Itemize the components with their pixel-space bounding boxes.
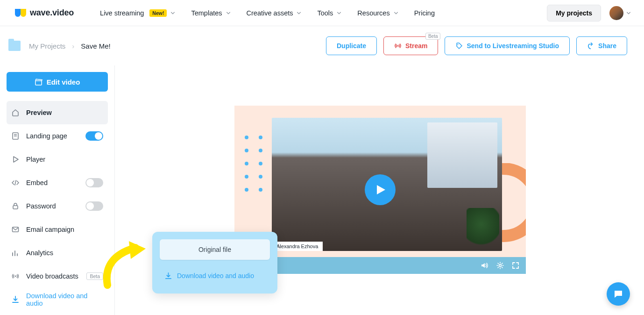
play-button[interactable] <box>365 174 396 205</box>
landing-toggle[interactable] <box>85 131 103 141</box>
share-button[interactable]: Share <box>576 36 627 55</box>
callout-arrow-icon <box>98 238 154 290</box>
svg-point-22 <box>245 175 248 179</box>
svg-point-18 <box>259 162 262 165</box>
svg-point-6 <box>15 276 16 277</box>
brand-mark-icon <box>15 9 26 17</box>
sidebar-password[interactable]: Password <box>7 194 108 218</box>
sidebar-landing-page[interactable]: Landing page <box>7 124 108 148</box>
callout-original-file[interactable]: Original file <box>160 239 270 260</box>
edit-video-button[interactable]: Edit video <box>7 72 108 92</box>
stream-button[interactable]: Stream Beta <box>383 36 438 55</box>
nav-right: My projects <box>547 5 631 21</box>
gear-icon[interactable] <box>496 261 504 270</box>
mail-icon <box>11 225 20 234</box>
code-icon <box>11 179 20 187</box>
nav-resources[interactable]: Resources <box>357 9 398 17</box>
breadcrumb: My Projects › Save Me! <box>29 42 111 50</box>
video-player-card: Alexandra Ezhova <box>234 106 526 274</box>
password-toggle[interactable] <box>85 201 103 211</box>
presenter-name-tag: Alexandra Ezhova <box>272 242 323 251</box>
home-icon <box>11 108 20 117</box>
page-icon <box>11 132 20 140</box>
svg-point-7 <box>245 136 248 139</box>
nav-assets[interactable]: Creative assets <box>247 9 302 17</box>
sidebar-preview[interactable]: Preview <box>7 101 108 124</box>
sidebar-download[interactable]: Download video and audio <box>7 288 108 311</box>
sidebar-analytics-label: Analytics <box>26 249 53 257</box>
my-projects-button[interactable]: My projects <box>547 5 601 21</box>
chevron-down-icon <box>337 11 341 15</box>
svg-point-13 <box>259 149 262 152</box>
duplicate-label: Duplicate <box>337 42 366 50</box>
volume-icon[interactable] <box>480 261 488 270</box>
new-badge: New! <box>149 9 167 17</box>
embed-toggle[interactable] <box>85 178 103 187</box>
sidebar-player-label: Player <box>26 156 45 163</box>
nav-tools[interactable]: Tools <box>317 9 341 17</box>
nav-pricing-label: Pricing <box>414 9 435 17</box>
nav-assets-label: Creative assets <box>247 9 293 17</box>
chevron-down-icon <box>226 11 231 15</box>
top-nav: wave.video Live streaming New! Templates… <box>0 0 644 26</box>
nav-templates[interactable]: Templates <box>191 9 230 17</box>
folder-icon <box>8 41 21 51</box>
chevron-down-icon <box>170 11 175 15</box>
player-controls <box>234 257 526 274</box>
chevron-down-icon <box>626 11 631 15</box>
nav-links: Live streaming New! Templates Creative a… <box>100 9 435 17</box>
stream-label: Stream <box>405 42 427 50</box>
send-studio-button[interactable]: Send to Livestreaming Studio <box>445 36 570 55</box>
preview-stage: Alexandra Ezhova Original file Download … <box>115 65 644 315</box>
svg-point-1 <box>458 44 459 45</box>
sidebar-embed[interactable]: Embed <box>7 171 108 194</box>
nav-tools-label: Tools <box>317 9 333 17</box>
chat-launcher[interactable] <box>607 282 630 306</box>
avatar <box>609 6 623 20</box>
svg-rect-4 <box>13 206 18 209</box>
nav-pricing[interactable]: Pricing <box>414 9 435 17</box>
send-label: Send to Livestreaming Studio <box>467 42 559 50</box>
svg-point-17 <box>245 162 248 165</box>
sidebar-embed-label: Embed <box>26 179 48 186</box>
brand-name: wave.video <box>30 8 74 18</box>
sidebar-player[interactable]: Player <box>7 148 108 171</box>
sidebar-password-label: Password <box>26 202 56 210</box>
sidebar-download-label: Download video and audio <box>26 292 103 307</box>
sidebar-broadcasts[interactable]: Video broadcasts Beta <box>7 265 108 288</box>
fullscreen-icon[interactable] <box>512 262 519 269</box>
action-bar: My Projects › Save Me! Duplicate Stream … <box>0 26 644 65</box>
breadcrumb-root[interactable]: My Projects <box>29 42 65 50</box>
broadcast-icon <box>11 272 20 280</box>
user-menu[interactable] <box>609 6 631 20</box>
chart-icon <box>11 249 20 257</box>
play-icon <box>11 155 20 164</box>
tag-icon <box>455 42 463 50</box>
share-icon <box>587 42 594 50</box>
beta-badge: Beta <box>425 33 441 40</box>
edit-video-label: Edit video <box>47 78 80 86</box>
callout-download-label: Download video and audio <box>177 272 254 279</box>
breadcrumb-current: Save Me! <box>81 42 110 50</box>
download-icon <box>11 295 20 304</box>
brand-logo[interactable]: wave.video <box>15 8 74 18</box>
duplicate-button[interactable]: Duplicate <box>326 36 377 55</box>
svg-point-23 <box>259 175 262 179</box>
sidebar-email-label: Email campaign <box>26 226 74 233</box>
sidebar-landing-label: Landing page <box>26 132 67 140</box>
sidebar-email[interactable]: Email campaign <box>7 218 108 241</box>
share-label: Share <box>598 42 616 50</box>
nav-live-streaming[interactable]: Live streaming New! <box>100 9 175 17</box>
download-icon <box>164 272 172 280</box>
chevron-down-icon <box>394 11 398 15</box>
video-window-decoration <box>427 122 497 188</box>
svg-rect-2 <box>35 80 42 85</box>
sidebar-analytics[interactable]: Analytics <box>7 241 108 265</box>
download-callout: Original file Download video and audio <box>152 232 277 294</box>
broadcast-icon <box>394 42 402 50</box>
svg-point-32 <box>499 265 502 267</box>
nav-live-label: Live streaming <box>100 9 144 17</box>
play-triangle-icon <box>376 184 386 195</box>
callout-download-link[interactable]: Download video and audio <box>160 265 270 286</box>
video-plant-decoration <box>467 208 499 248</box>
